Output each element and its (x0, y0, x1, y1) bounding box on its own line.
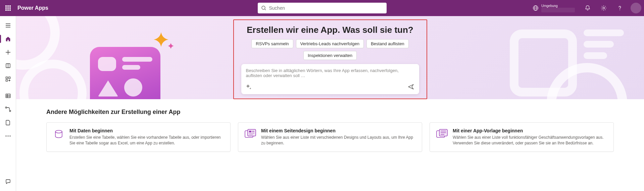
home-icon (5, 36, 11, 42)
more-icon (5, 135, 11, 137)
card-title: Mit einem Seitendesign beginnen (261, 128, 416, 133)
help-button[interactable] (612, 0, 628, 16)
svg-point-18 (5, 136, 6, 137)
hero-title: Erstellen wir eine App. Was soll sie tun… (247, 25, 413, 35)
svg-rect-27 (249, 134, 253, 135)
gear-icon (601, 5, 607, 11)
user-avatar[interactable] (631, 3, 641, 13)
card-desc: Wählen Sie aus einer Liste mit verschied… (261, 135, 416, 146)
terms-link[interactable]: Nutzungsbedingungen anzeigen (338, 99, 393, 99)
main-layout: Erstellen wir eine App. Was soll sie tun… (0, 16, 644, 191)
svg-point-6 (620, 10, 620, 10)
svg-rect-12 (6, 94, 10, 98)
data-icon (53, 128, 65, 140)
svg-rect-10 (8, 77, 10, 79)
sidebar-item-create[interactable] (0, 46, 16, 59)
other-ways-section: Andere Möglichkeiten zur Erstellung eine… (16, 99, 644, 152)
chip-leads[interactable]: Vertriebs-Leads nachverfolgen (296, 39, 364, 48)
card-desc: Wählen Sie aus einer Liste voll funktion… (453, 135, 607, 146)
notifications-button[interactable] (580, 0, 596, 16)
suggestion-chips: RSVPs sammeln Vertriebs-Leads nachverfol… (239, 39, 421, 60)
send-icon[interactable] (408, 83, 414, 90)
svg-rect-11 (6, 80, 7, 81)
svg-point-16 (5, 107, 7, 108)
sidebar-item-home[interactable] (0, 32, 16, 46)
book-icon (5, 63, 11, 68)
waffle-icon (5, 5, 11, 11)
svg-line-1 (265, 9, 266, 10)
card-start-with-template[interactable]: Mit einer App-Vorlage beginnen Wählen Si… (430, 122, 614, 152)
environment-icon (533, 5, 539, 11)
chip-inventory[interactable]: Bestand auflisten (366, 39, 409, 48)
sidebar-item-learn[interactable] (0, 59, 16, 72)
environment-label: Umgebung (541, 4, 575, 8)
search-box[interactable] (258, 3, 387, 13)
app-title: Power Apps (17, 5, 48, 11)
environment-name (541, 8, 575, 12)
ai-disclaimer: Diese Funktion verwendet generative KI. … (267, 99, 393, 99)
chat-icon (5, 179, 11, 184)
card-start-with-design[interactable]: Mit einem Seitendesign beginnen Wählen S… (238, 122, 422, 152)
search-container (258, 3, 387, 13)
svg-point-17 (9, 110, 11, 112)
card-start-with-data[interactable]: Mit Daten beginnen Erstellen Sie eine Ta… (46, 122, 231, 152)
hero-decoration-left (30, 16, 170, 99)
svg-point-19 (7, 136, 8, 137)
svg-point-20 (9, 136, 10, 137)
svg-rect-25 (252, 131, 254, 132)
svg-point-5 (603, 7, 604, 9)
chip-rsvps[interactable]: RSVPs sammeln (251, 39, 293, 48)
sidebar-item-more[interactable] (0, 129, 16, 143)
copilot-prompt-placeholder[interactable]: Beschreiben Sie in alltäglichen Wörtern,… (246, 68, 414, 80)
app-header: Power Apps Umgebung (0, 0, 644, 16)
sidebar-item-virtual-agent[interactable] (0, 175, 16, 188)
sidebar (0, 16, 16, 191)
header-right: Umgebung (528, 0, 644, 16)
sidebar-item-apps[interactable] (0, 72, 16, 86)
environment-picker[interactable]: Umgebung (528, 0, 580, 16)
other-ways-title: Andere Möglichkeiten zur Erstellung eine… (46, 109, 614, 116)
card-title: Mit Daten beginnen (69, 128, 224, 133)
other-ways-cards: Mit Daten beginnen Erstellen Sie eine Ta… (46, 122, 614, 152)
svg-rect-26 (249, 133, 254, 134)
chip-inspections[interactable]: Inspektionen verwalten (303, 51, 357, 60)
settings-button[interactable] (596, 0, 612, 16)
sparkle-small-icon (168, 43, 174, 49)
search-icon (261, 5, 266, 11)
card-title: Mit einer App-Vorlage beginnen (453, 128, 607, 133)
help-icon (617, 5, 623, 11)
sidebar-hamburger[interactable] (0, 19, 16, 32)
copilot-create-panel: Erstellen wir eine App. Was soll sie tun… (233, 19, 427, 99)
template-icon (436, 128, 448, 140)
search-input[interactable] (269, 5, 383, 11)
hero-banner: Erstellen wir eine App. Was soll sie tun… (16, 16, 644, 99)
svg-point-21 (55, 130, 62, 133)
plus-icon (5, 50, 11, 55)
svg-rect-24 (249, 131, 251, 132)
sparkle-action-icon[interactable] (246, 84, 251, 89)
sidebar-item-flows[interactable] (0, 103, 16, 116)
flow-icon (5, 107, 11, 112)
table-icon (5, 93, 11, 99)
sidebar-item-solutions[interactable] (0, 116, 16, 129)
sidebar-item-tables[interactable] (0, 89, 16, 103)
hero-decoration-right (490, 16, 631, 99)
copilot-prompt-box[interactable]: Beschreiben Sie in alltäglichen Wörtern,… (241, 64, 419, 94)
card-desc: Erstellen Sie eine Tabelle, wählen Sie e… (69, 135, 224, 146)
svg-rect-9 (6, 77, 7, 79)
sparkle-icon (154, 32, 168, 47)
app-launcher-button[interactable] (0, 0, 16, 16)
bell-icon (585, 5, 591, 11)
page-icon (6, 120, 10, 125)
hamburger-icon (5, 23, 11, 28)
layout-icon (244, 128, 256, 140)
hero-phone-illustration (90, 47, 160, 99)
apps-icon (5, 76, 11, 82)
content-area: Erstellen wir eine App. Was soll sie tun… (16, 16, 644, 191)
svg-point-0 (262, 6, 265, 9)
